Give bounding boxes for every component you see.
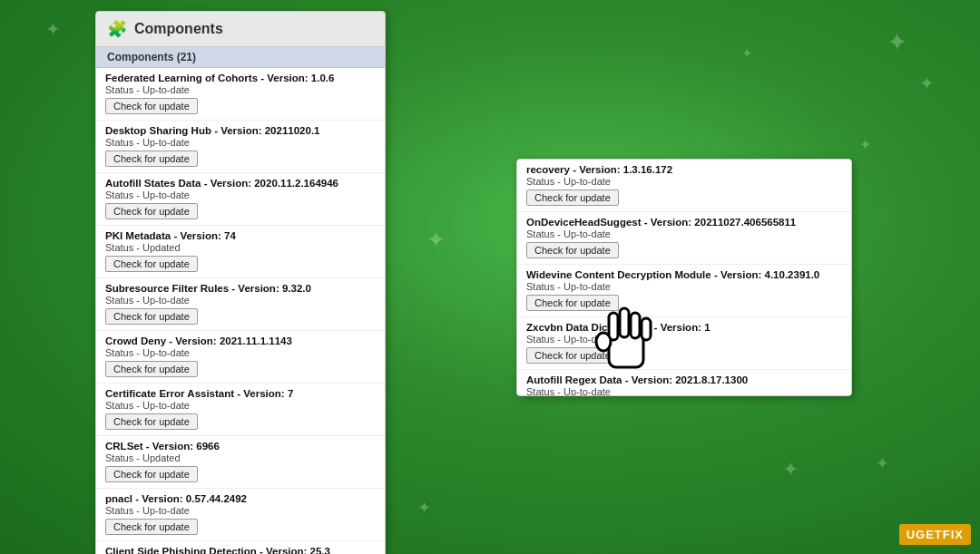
check-update-button[interactable]: Check for update xyxy=(105,308,198,325)
component-status: Status - Up-to-date xyxy=(526,281,842,292)
component-status: Status - Up-to-date xyxy=(105,505,376,516)
list-item: Autofill States Data - Version: 2020.11.… xyxy=(96,173,385,226)
list-item: Desktop Sharing Hub - Version: 20211020.… xyxy=(96,121,385,173)
component-name: Autofill States Data - Version: 2020.11.… xyxy=(105,178,376,189)
component-status: Status - Up-to-date xyxy=(105,400,376,411)
component-status: Status - Up-to-date xyxy=(105,190,376,200)
list-item: Widevine Content Decryption Module - Ver… xyxy=(517,265,851,317)
component-status: Status - Updated xyxy=(105,242,376,253)
check-update-button[interactable]: Check for update xyxy=(105,256,198,272)
panel-content: Federated Learning of Cohorts - Version:… xyxy=(96,68,385,554)
list-item: Certificate Error Assistant - Version: 7… xyxy=(96,384,385,436)
deco-puzzle-10: ✦ xyxy=(741,45,753,62)
panel-subheader: Components (21) xyxy=(96,47,385,68)
list-item: CRLSet - Version: 6966Status - UpdatedCh… xyxy=(96,436,385,489)
deco-puzzle-3: ✦ xyxy=(859,136,871,153)
main-components-panel: 🧩 Components Components (21) Federated L… xyxy=(95,11,386,554)
check-update-button[interactable]: Check for update xyxy=(526,295,619,311)
check-update-button[interactable]: Check for update xyxy=(105,466,198,482)
component-status: Status - Updated xyxy=(105,452,376,463)
watermark: UGETFIX xyxy=(899,524,971,545)
component-name: Widevine Content Decryption Module - Ver… xyxy=(526,269,842,280)
component-name: recovery - Version: 1.3.16.172 xyxy=(526,164,842,175)
panel-header: 🧩 Components xyxy=(96,12,385,47)
deco-puzzle-7: ✦ xyxy=(426,227,446,253)
component-status: Status - Up-to-date xyxy=(105,295,376,306)
deco-puzzle-4: ✦ xyxy=(45,18,61,40)
list-item: PKI Metadata - Version: 74Status - Updat… xyxy=(96,226,385,278)
component-name: Autofill Regex Data - Version: 2021.8.17… xyxy=(526,374,842,385)
secondary-components-panel: recovery - Version: 1.3.16.172Status - U… xyxy=(516,159,852,396)
component-name: Zxcvbn Data Dictionaries - Version: 1 xyxy=(526,322,842,333)
component-status: Status - Up-to-date xyxy=(526,176,842,187)
check-update-button[interactable]: Check for update xyxy=(105,519,198,535)
component-status: Status - Up-to-date xyxy=(526,228,842,239)
component-name: pnacl - Version: 0.57.44.2492 xyxy=(105,493,376,504)
list-item: Autofill Regex Data - Version: 2021.8.17… xyxy=(517,370,851,395)
component-status: Status - Up-to-date xyxy=(526,334,842,345)
list-item: OnDeviceHeadSuggest - Version: 20211027.… xyxy=(517,212,851,265)
component-name: Crowd Deny - Version: 2021.11.1.1143 xyxy=(105,335,376,346)
secondary-panel-content: recovery - Version: 1.3.16.172Status - U… xyxy=(517,160,851,395)
panel-title: Components xyxy=(134,21,223,37)
list-item: Crowd Deny - Version: 2021.11.1.1143Stat… xyxy=(96,331,385,384)
deco-puzzle-9: ✦ xyxy=(876,453,889,473)
check-update-button[interactable]: Check for update xyxy=(105,203,198,219)
list-item: Client Side Phishing Detection - Version… xyxy=(96,541,385,554)
deco-puzzle-6: ✦ xyxy=(417,498,431,518)
check-update-button[interactable]: Check for update xyxy=(105,98,198,114)
component-name: Federated Learning of Cohorts - Version:… xyxy=(105,73,376,83)
component-name: OnDeviceHeadSuggest - Version: 20211027.… xyxy=(526,217,842,228)
component-status: Status - Up-to-date xyxy=(526,386,842,395)
list-item: Subresource Filter Rules - Version: 9.32… xyxy=(96,278,385,331)
check-update-button[interactable]: Check for update xyxy=(526,190,619,206)
component-status: Status - Up-to-date xyxy=(105,137,376,148)
component-status: Status - Up-to-date xyxy=(105,84,376,95)
component-name: Certificate Error Assistant - Version: 7 xyxy=(105,388,376,399)
check-update-button[interactable]: Check for update xyxy=(526,242,619,258)
list-item: pnacl - Version: 0.57.44.2492Status - Up… xyxy=(96,489,385,541)
deco-puzzle-2: ✦ xyxy=(919,73,935,94)
check-update-button[interactable]: Check for update xyxy=(105,361,198,377)
component-name: Client Side Phishing Detection - Version… xyxy=(105,546,376,554)
list-item: Federated Learning of Cohorts - Version:… xyxy=(96,68,385,121)
component-status: Status - Up-to-date xyxy=(105,347,376,358)
list-item: recovery - Version: 1.3.16.172Status - U… xyxy=(517,160,851,212)
deco-puzzle-5: ✦ xyxy=(782,458,799,481)
deco-puzzle-1: ✦ xyxy=(887,27,907,57)
check-update-button[interactable]: Check for update xyxy=(105,413,198,430)
check-update-button[interactable]: Check for update xyxy=(526,347,619,364)
component-name: PKI Metadata - Version: 74 xyxy=(105,230,376,241)
check-update-button[interactable]: Check for update xyxy=(105,151,198,167)
component-name: Subresource Filter Rules - Version: 9.32… xyxy=(105,283,376,294)
component-name: CRLSet - Version: 6966 xyxy=(105,441,376,452)
list-item: Zxcvbn Data Dictionaries - Version: 1Sta… xyxy=(517,317,851,370)
component-name: Desktop Sharing Hub - Version: 20211020.… xyxy=(105,125,376,136)
components-icon: 🧩 xyxy=(107,19,127,39)
